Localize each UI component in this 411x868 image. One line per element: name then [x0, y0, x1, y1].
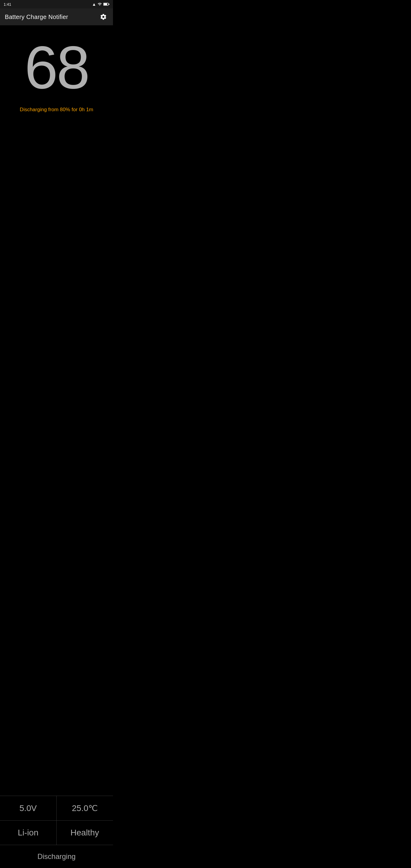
status-icons: ▲ — [92, 2, 109, 7]
signal-icon — [98, 2, 102, 6]
wifi-icon: ▲ — [92, 2, 96, 7]
discharge-status: Discharging from 80% for 0h 1m — [20, 107, 93, 113]
battery-percentage: 68 — [24, 37, 88, 98]
bottom-status-text: Discharging — [37, 852, 76, 861]
temperature-value: 25.0℃ — [72, 803, 98, 813]
main-content: 68 Discharging from 80% for 0h 1m — [0, 25, 113, 796]
bottom-status: Discharging — [0, 845, 113, 868]
battery-icon — [103, 2, 109, 6]
battery-type-value: Li-ion — [18, 828, 38, 838]
app-bar: Battery Charge Notifier — [0, 8, 113, 25]
content-wrapper: 68 Discharging from 80% for 0h 1m 5.0V 2… — [0, 25, 113, 868]
stats-grid: 5.0V 25.0℃ Li-ion Healthy — [0, 796, 113, 845]
svg-rect-1 — [104, 3, 107, 5]
status-time: 1:41 — [4, 2, 11, 7]
temperature-cell: 25.0℃ — [57, 796, 113, 821]
battery-type-cell: Li-ion — [0, 821, 57, 845]
settings-button[interactable] — [98, 12, 108, 22]
voltage-value: 5.0V — [19, 804, 37, 813]
gear-icon — [100, 13, 107, 21]
health-cell: Healthy — [57, 821, 113, 845]
health-value: Healthy — [70, 828, 99, 838]
svg-rect-2 — [109, 4, 110, 5]
voltage-cell: 5.0V — [0, 796, 57, 821]
app-title: Battery Charge Notifier — [5, 13, 68, 21]
status-bar: 1:41 ▲ — [0, 0, 113, 8]
